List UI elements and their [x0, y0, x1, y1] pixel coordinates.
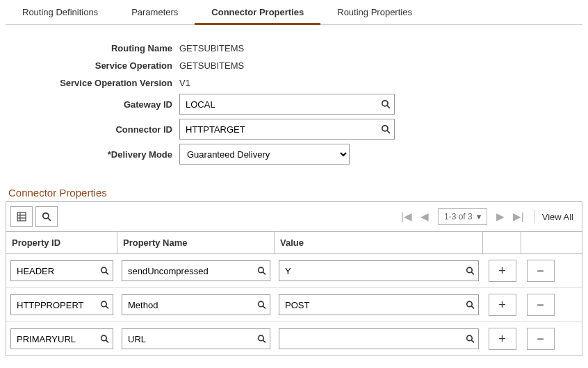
- tab-routing-definitions[interactable]: Routing Definitions: [6, 0, 115, 24]
- svg-line-25: [263, 340, 266, 343]
- svg-line-3: [387, 131, 390, 133]
- svg-line-11: [106, 272, 108, 275]
- svg-point-26: [467, 335, 473, 341]
- property-id-input[interactable]: [10, 328, 113, 349]
- svg-point-8: [43, 213, 49, 219]
- search-icon[interactable]: [466, 301, 475, 310]
- property-name-input[interactable]: [122, 294, 270, 315]
- value-input[interactable]: [279, 328, 479, 349]
- form-area: Routing Name GETSUBITEMS Service Operati…: [6, 42, 582, 183]
- grid-find-button[interactable]: [35, 206, 58, 227]
- table-row: + −: [6, 254, 582, 288]
- delivery-mode-select[interactable]: Guaranteed Delivery: [179, 144, 350, 165]
- col-header-property-id[interactable]: Property ID: [6, 232, 117, 253]
- property-name-input[interactable]: [122, 328, 270, 349]
- last-page-icon[interactable]: ▶|: [509, 207, 528, 226]
- row-range-dropdown[interactable]: 1-3 of 3 ▾: [438, 208, 487, 225]
- svg-line-23: [106, 340, 108, 343]
- svg-point-22: [101, 335, 107, 341]
- tab-connector-properties[interactable]: Connector Properties: [195, 0, 320, 24]
- svg-point-18: [259, 301, 264, 307]
- col-header-add: [483, 232, 521, 253]
- next-page-icon[interactable]: ▶: [491, 207, 509, 226]
- svg-line-13: [263, 272, 266, 275]
- grid-settings-button[interactable]: [10, 206, 33, 227]
- separator: [534, 210, 535, 224]
- svg-point-0: [382, 101, 388, 106]
- add-row-button[interactable]: +: [489, 260, 516, 282]
- svg-point-12: [259, 267, 264, 273]
- delete-row-button[interactable]: −: [527, 294, 555, 316]
- add-row-button[interactable]: +: [489, 328, 516, 350]
- svg-rect-4: [17, 212, 26, 221]
- svg-line-17: [106, 306, 108, 309]
- delivery-mode-label: *Delivery Mode: [6, 149, 179, 160]
- add-row-button[interactable]: +: [489, 294, 516, 316]
- service-version-label: Service Operation Version: [6, 78, 179, 88]
- svg-point-24: [259, 335, 264, 341]
- grid-toolbar: |◀ ◀ 1-3 of 3 ▾ ▶ ▶| View All: [6, 202, 582, 232]
- search-icon[interactable]: [381, 99, 391, 109]
- service-version-value: V1: [179, 76, 190, 90]
- view-all-link[interactable]: View All: [542, 212, 573, 222]
- first-page-icon[interactable]: |◀: [398, 207, 416, 226]
- value-input[interactable]: [279, 294, 479, 315]
- prev-page-icon[interactable]: ◀: [416, 207, 434, 226]
- service-operation-label: Service Operation: [6, 60, 179, 71]
- svg-point-20: [467, 301, 473, 307]
- svg-point-14: [467, 267, 473, 273]
- svg-point-10: [101, 267, 107, 273]
- gateway-id-input[interactable]: [179, 94, 395, 115]
- connector-properties-grid: |◀ ◀ 1-3 of 3 ▾ ▶ ▶| View All Property I…: [6, 201, 582, 356]
- tab-parameters[interactable]: Parameters: [115, 0, 195, 24]
- service-operation-value: GETSUBITEMS: [179, 59, 244, 72]
- search-icon[interactable]: [466, 335, 475, 344]
- value-input[interactable]: [279, 260, 479, 281]
- col-header-value[interactable]: Value: [275, 232, 483, 253]
- search-icon[interactable]: [381, 124, 391, 134]
- gateway-id-label: Gateway ID: [6, 99, 179, 110]
- search-icon[interactable]: [466, 267, 475, 276]
- tab-routing-properties[interactable]: Routing Properties: [320, 0, 429, 24]
- svg-line-1: [387, 106, 390, 108]
- search-icon[interactable]: [257, 335, 266, 344]
- chevron-down-icon: ▾: [477, 212, 481, 221]
- svg-point-2: [382, 126, 388, 131]
- search-icon[interactable]: [100, 301, 109, 310]
- property-name-input[interactable]: [122, 260, 270, 281]
- svg-line-15: [471, 272, 474, 275]
- search-icon[interactable]: [100, 335, 109, 344]
- table-row: + −: [6, 288, 582, 322]
- section-title: Connector Properties: [6, 183, 582, 201]
- search-icon[interactable]: [257, 301, 266, 310]
- col-header-property-name[interactable]: Property Name: [117, 232, 275, 253]
- svg-point-16: [101, 301, 107, 307]
- routing-name-label: Routing Name: [6, 43, 179, 53]
- grid-header: Property ID Property Name Value: [6, 232, 582, 254]
- property-id-input[interactable]: [10, 294, 113, 315]
- connector-id-input[interactable]: [179, 119, 395, 140]
- property-id-input[interactable]: [10, 260, 113, 281]
- delete-row-button[interactable]: −: [527, 328, 555, 350]
- delete-row-button[interactable]: −: [527, 260, 555, 282]
- col-header-delete: [521, 232, 560, 253]
- table-row: + −: [6, 322, 582, 356]
- svg-line-19: [263, 306, 266, 309]
- tab-bar: Routing Definitions Parameters Connector…: [6, 0, 582, 25]
- routing-name-value: GETSUBITEMS: [179, 42, 244, 55]
- svg-line-21: [471, 306, 474, 309]
- search-icon[interactable]: [100, 267, 109, 276]
- search-icon[interactable]: [257, 267, 266, 276]
- connector-id-label: Connector ID: [6, 124, 179, 135]
- svg-line-9: [48, 218, 51, 221]
- svg-line-27: [471, 340, 474, 343]
